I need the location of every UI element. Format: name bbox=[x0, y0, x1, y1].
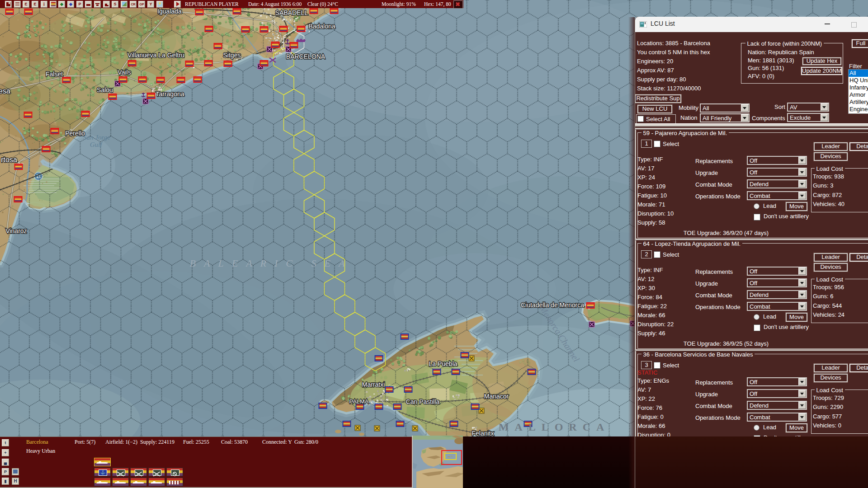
svg-text:Vails: Vails bbox=[118, 69, 131, 76]
svg-text:BALEARIC SEA: BALEARIC SEA bbox=[190, 258, 353, 269]
svg-text:Felanitx: Felanitx bbox=[472, 430, 494, 437]
svg-text:SABADELL: SABADELL bbox=[275, 9, 308, 16]
svg-text:La Puebla: La Puebla bbox=[429, 360, 457, 367]
svg-text:Ciutadella de Menorca: Ciutadella de Menorca bbox=[521, 301, 584, 309]
svg-text:Igualada: Igualada bbox=[157, 8, 182, 15]
svg-text:Falset: Falset bbox=[46, 70, 63, 78]
svg-text:esa: esa bbox=[0, 87, 10, 95]
svg-text:Vinaroz: Vinaroz bbox=[5, 227, 27, 235]
svg-text:Can Pastilla: Can Pastilla bbox=[406, 398, 440, 405]
svg-text:Salou: Salou bbox=[97, 86, 113, 94]
svg-text:Perello: Perello bbox=[65, 130, 85, 137]
svg-text:Marratxi: Marratxi bbox=[362, 381, 385, 388]
svg-text:Badalona: Badalona bbox=[308, 23, 335, 30]
svg-text:Gulf: Gulf bbox=[90, 141, 103, 148]
svg-text:Villanueva La Geltru: Villanueva La Geltru bbox=[127, 52, 184, 59]
svg-text:Tarragona: Tarragona bbox=[156, 90, 184, 98]
svg-text:Manacor: Manacor bbox=[484, 393, 509, 400]
svg-text:San Jorge: San Jorge bbox=[83, 134, 110, 141]
svg-text:BARCELONA: BARCELONA bbox=[286, 53, 326, 60]
svg-text:rtosa: rtosa bbox=[1, 156, 17, 164]
svg-text:PALMA: PALMA bbox=[349, 398, 368, 405]
svg-text:MALLORCA: MALLORCA bbox=[499, 421, 610, 433]
svg-text:Sitges: Sitges bbox=[223, 52, 241, 59]
